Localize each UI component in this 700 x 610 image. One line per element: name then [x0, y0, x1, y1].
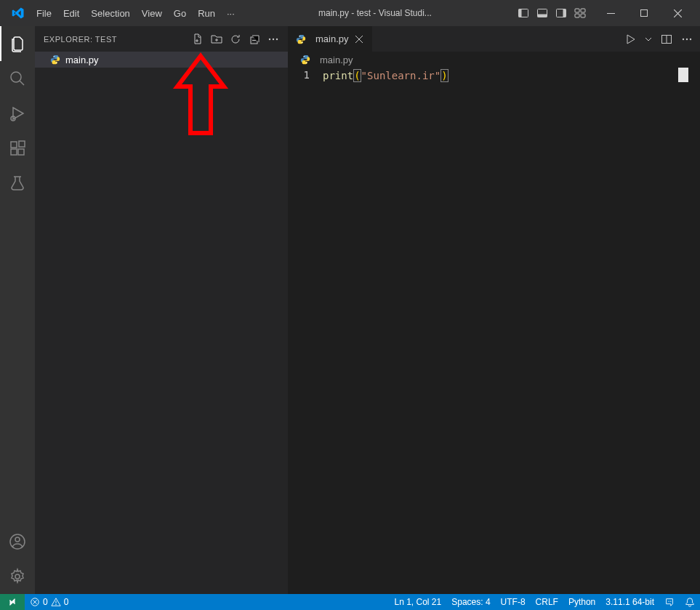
menu-go[interactable]: Go	[168, 0, 192, 26]
new-folder-icon[interactable]	[211, 33, 222, 45]
svg-point-35	[306, 63, 307, 63]
toggle-panel-icon[interactable]	[534, 5, 550, 21]
run-file-icon[interactable]	[624, 33, 636, 45]
tab-close-icon[interactable]	[353, 33, 365, 45]
run-dropdown-icon[interactable]	[645, 36, 652, 43]
status-bar: 0 0 Ln 1, Col 21 Spaces: 4 UTF-8 CRLF Py…	[0, 594, 700, 610]
window-title: main.py - test - Visual Studi...	[241, 8, 510, 18]
split-editor-icon[interactable]	[661, 33, 672, 45]
notifications-icon[interactable]	[680, 594, 700, 610]
breadcrumb-file: main.py	[320, 55, 353, 65]
svg-rect-15	[11, 149, 17, 155]
language-mode-status[interactable]: Python	[563, 594, 600, 610]
svg-point-20	[15, 574, 20, 579]
svg-point-25	[54, 56, 55, 57]
svg-rect-10	[607, 13, 615, 14]
svg-rect-7	[581, 9, 585, 12]
collapse-all-icon[interactable]	[249, 33, 260, 45]
svg-rect-8	[575, 14, 579, 17]
minimize-button[interactable]	[594, 0, 627, 26]
svg-point-19	[15, 537, 20, 542]
vscode-logo-icon	[12, 7, 25, 20]
warning-count: 0	[64, 597, 69, 607]
svg-point-33	[690, 38, 691, 39]
editor-more-icon[interactable]	[681, 33, 693, 45]
toggle-primary-sidebar-icon[interactable]	[515, 5, 531, 21]
cursor-position-status[interactable]: Ln 1, Col 21	[389, 594, 446, 610]
activity-explorer-icon[interactable]	[0, 26, 35, 61]
warning-icon	[51, 597, 61, 607]
close-button[interactable]	[661, 0, 694, 26]
line-number: 1	[288, 69, 310, 81]
indentation-status[interactable]: Spaces: 4	[446, 594, 495, 610]
svg-point-28	[302, 41, 302, 42]
svg-rect-17	[19, 141, 25, 147]
activity-extensions-icon[interactable]	[0, 131, 35, 166]
window-controls	[594, 0, 694, 26]
feedback-icon[interactable]	[659, 594, 680, 610]
breadcrumb[interactable]: main.py	[288, 52, 700, 68]
line-number-gutter: 1	[288, 68, 323, 594]
svg-point-40	[670, 601, 671, 601]
more-actions-icon[interactable]	[267, 33, 279, 45]
svg-rect-6	[575, 9, 579, 12]
scrollbar-thumb[interactable]	[678, 68, 688, 82]
svg-point-31	[683, 38, 684, 39]
python-interpreter-status[interactable]: 3.11.1 64-bit	[600, 594, 659, 610]
refresh-icon[interactable]	[230, 33, 241, 45]
svg-rect-11	[640, 9, 647, 16]
svg-point-26	[56, 63, 57, 63]
svg-rect-14	[11, 142, 17, 148]
svg-point-32	[686, 38, 688, 39]
tab-main-py[interactable]: main.py	[288, 26, 373, 52]
tab-label: main.py	[315, 33, 349, 44]
error-count: 0	[43, 597, 48, 607]
menu-file[interactable]: File	[31, 0, 57, 26]
overview-ruler[interactable]	[680, 68, 690, 594]
menu-edit[interactable]: Edit	[57, 0, 85, 26]
python-file-icon	[295, 33, 307, 45]
svg-rect-16	[18, 149, 24, 155]
svg-point-39	[668, 601, 669, 601]
python-file-icon	[49, 54, 61, 65]
menu-overflow[interactable]: ···	[221, 0, 241, 26]
maximize-button[interactable]	[627, 0, 661, 26]
activity-run-debug-icon[interactable]	[0, 96, 35, 131]
activity-settings-icon[interactable]	[0, 559, 35, 594]
encoding-status[interactable]: UTF-8	[496, 594, 531, 610]
svg-rect-3	[538, 15, 547, 17]
code-editor[interactable]: 1 print("Sunlearn.ir")	[288, 68, 700, 594]
new-file-icon[interactable]	[192, 33, 204, 45]
eol-status[interactable]: CRLF	[531, 594, 563, 610]
activity-bar	[0, 26, 35, 594]
svg-rect-5	[563, 9, 566, 17]
svg-rect-1	[519, 9, 522, 17]
svg-point-34	[304, 56, 305, 57]
svg-point-27	[299, 35, 300, 36]
svg-point-24	[276, 38, 278, 39]
python-file-icon	[299, 54, 311, 65]
file-item-main-py[interactable]: main.py	[35, 52, 288, 68]
svg-rect-9	[581, 14, 585, 17]
activity-testing-icon[interactable]	[0, 166, 35, 201]
explorer-title: EXPLORER: TEST	[44, 35, 192, 44]
layout-controls	[510, 5, 594, 21]
remote-indicator-icon[interactable]	[0, 594, 25, 610]
menu-view[interactable]: View	[136, 0, 168, 26]
code-line-1: print("Sunlearn.ir")	[323, 69, 700, 82]
activity-account-icon[interactable]	[0, 524, 35, 559]
explorer-sidebar: EXPLORER: TEST	[35, 26, 288, 594]
editor-group: main.py	[288, 26, 700, 594]
customize-layout-icon[interactable]	[572, 5, 588, 21]
activity-search-icon[interactable]	[0, 61, 35, 96]
problems-status[interactable]: 0 0	[25, 594, 73, 610]
toggle-secondary-sidebar-icon[interactable]	[553, 5, 569, 21]
svg-point-23	[273, 38, 274, 39]
svg-point-12	[11, 72, 21, 82]
tab-bar: main.py	[288, 26, 700, 52]
svg-point-38	[55, 604, 56, 605]
menu-run[interactable]: Run	[192, 0, 221, 26]
explorer-header: EXPLORER: TEST	[35, 26, 288, 52]
menu-selection[interactable]: Selection	[85, 0, 135, 26]
title-bar: File Edit Selection View Go Run ··· main…	[0, 0, 700, 26]
